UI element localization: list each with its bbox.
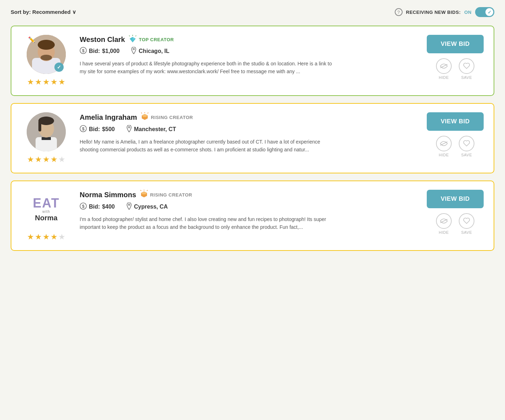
svg-point-4 (41, 55, 52, 60)
icon-actions-weston: HIDE SAVE (436, 58, 474, 80)
svg-line-6 (135, 36, 136, 36)
hide-action-weston[interactable]: HIDE (436, 58, 452, 80)
svg-line-21 (148, 113, 148, 113)
norma-text: Norma (35, 214, 57, 222)
edit-icon[interactable]: ✏️ (28, 36, 35, 43)
bid-weston: $ Bid: $1,000 (80, 47, 119, 55)
card-content-weston: Weston Clark TOP CREATOR (80, 35, 418, 76)
creator-card-amelia: ★ ★ ★ ★ ★ Amelia Ingraham RISING (11, 103, 494, 173)
badge-label-weston: TOP CREATOR (139, 37, 174, 42)
receiving-bids-toggle[interactable]: ✓ (475, 7, 494, 17)
save-action-weston[interactable]: SAVE (459, 58, 474, 80)
dollar-circle-icon-amelia: $ (80, 125, 87, 134)
avatar-section-norma: EAT with Norma ★ ★ ★ ★ ★ (21, 190, 71, 242)
card-actions-norma: VIEW BID HIDE SAVE (427, 190, 484, 235)
toggle-knob: ✓ (485, 8, 493, 16)
bid-amount-weston: $1,000 (102, 48, 119, 54)
bid-label-amelia: Bid: (89, 126, 100, 133)
bid-norma: $ Bid: $400 (80, 203, 115, 211)
avatar-norma: EAT with Norma (27, 190, 66, 229)
avatar-wrapper-amelia (27, 112, 66, 151)
avatar-wrapper-norma: EAT with Norma (27, 190, 66, 229)
stars-weston: ★ ★ ★ ★ ★ (27, 77, 65, 87)
bid-location-weston: $ Bid: $1,000 Chicago, IL (80, 47, 418, 55)
location-text-norma: Cypress, CA (134, 204, 168, 210)
location-amelia: Manchester, CT (126, 125, 176, 134)
eat-text: EAT (33, 197, 59, 210)
svg-line-22 (141, 113, 142, 113)
svg-line-29 (147, 190, 148, 191)
bid-label-norma: Bid: (89, 204, 100, 210)
hex-icon-norma (140, 190, 148, 200)
name-row-weston: Weston Clark TOP CREATOR (80, 35, 418, 44)
avatar-section-amelia: ★ ★ ★ ★ ★ (21, 112, 71, 164)
on-status-label: ON (464, 10, 472, 15)
hide-icon-norma (436, 213, 452, 229)
creator-card-norma: EAT with Norma ★ ★ ★ ★ ★ Norma Simmons (11, 181, 494, 251)
hex-icon-amelia (140, 112, 149, 122)
location-icon-weston (131, 47, 137, 55)
hide-action-norma[interactable]: HIDE (436, 213, 452, 235)
location-icon-amelia (126, 125, 132, 134)
save-icon-amelia (459, 136, 474, 151)
card-actions-weston: VIEW BID HIDE SAVE (427, 35, 484, 80)
header-bar: Sort by: Recommended ∨ ? RECEIVING NEW B… (11, 7, 494, 17)
question-icon[interactable]: ? (395, 8, 403, 16)
view-bid-button-weston[interactable]: VIEW BID (427, 35, 484, 53)
hide-label-norma: HIDE (439, 230, 449, 235)
location-text-amelia: Manchester, CT (134, 126, 176, 133)
badge-amelia: RISING CREATOR (140, 112, 193, 122)
description-norma: I'm a food photographer/ stylist and hom… (80, 215, 336, 231)
sort-value: Recommended (32, 9, 71, 15)
creator-name-norma: Norma Simmons (80, 191, 136, 199)
sort-label: Sort by: (11, 9, 31, 15)
creator-name-amelia: Amelia Ingraham (80, 113, 137, 122)
avatar-amelia (27, 112, 66, 151)
sort-by[interactable]: Sort by: Recommended ∨ (11, 9, 76, 15)
creator-name-weston: Weston Clark (80, 36, 125, 44)
avatar-wrapper-weston: ✏️ ✓ (27, 35, 66, 74)
receiving-bids-section: ? RECEIVING NEW BIDS: ON ✓ (395, 7, 494, 17)
view-bid-button-norma[interactable]: VIEW BID (427, 190, 484, 208)
badge-label-amelia: RISING CREATOR (151, 115, 193, 120)
dollar-circle-icon-norma: $ (80, 203, 87, 211)
save-action-norma[interactable]: SAVE (459, 213, 474, 235)
hide-icon-amelia (436, 136, 452, 151)
avatar-section-weston: ✏️ ✓ (21, 35, 71, 87)
svg-text:$: $ (82, 204, 85, 209)
eat-logo: EAT with Norma (27, 190, 66, 229)
description-weston: I have several years of product & lifest… (80, 60, 336, 76)
bid-location-norma: $ Bid: $400 Cypress, CA (80, 203, 418, 211)
with-text: with (42, 210, 50, 214)
card-actions-amelia: VIEW BID HIDE SAVE (427, 112, 484, 157)
icon-actions-amelia: HIDE SAVE (436, 136, 474, 157)
svg-rect-19 (38, 121, 41, 131)
svg-rect-16 (42, 137, 51, 140)
svg-point-27 (128, 126, 130, 128)
svg-text:$: $ (82, 48, 85, 53)
save-icon-norma (459, 213, 474, 229)
bid-location-amelia: $ Bid: $500 Manchester, CT (80, 125, 418, 134)
creator-card-weston: ✏️ ✓ (11, 26, 494, 96)
view-bid-button-amelia[interactable]: VIEW BID (427, 112, 484, 131)
hide-icon-weston (436, 58, 452, 74)
save-action-amelia[interactable]: SAVE (459, 136, 474, 157)
save-label-weston: SAVE (461, 75, 472, 80)
save-label-norma: SAVE (461, 230, 472, 235)
name-row-amelia: Amelia Ingraham RISING CREATOR (80, 112, 418, 122)
card-content-amelia: Amelia Ingraham RISING CREATOR (80, 112, 418, 154)
svg-point-13 (133, 48, 134, 50)
save-icon-weston (459, 58, 474, 74)
card-content-norma: Norma Simmons RISING CREATOR (80, 190, 418, 231)
toggle-check-icon: ✓ (488, 10, 491, 15)
name-row-norma: Norma Simmons RISING CREATOR (80, 190, 418, 200)
svg-point-3 (38, 40, 55, 50)
bid-amount-amelia: $500 (102, 126, 115, 133)
badge-norma: RISING CREATOR (140, 190, 192, 200)
hide-label-amelia: HIDE (439, 153, 449, 157)
sort-arrow: ∨ (72, 9, 76, 15)
hide-label-weston: HIDE (439, 75, 449, 80)
bid-amount-norma: $400 (102, 204, 115, 210)
hide-action-amelia[interactable]: HIDE (436, 136, 452, 157)
icon-actions-norma: HIDE SAVE (436, 213, 474, 235)
